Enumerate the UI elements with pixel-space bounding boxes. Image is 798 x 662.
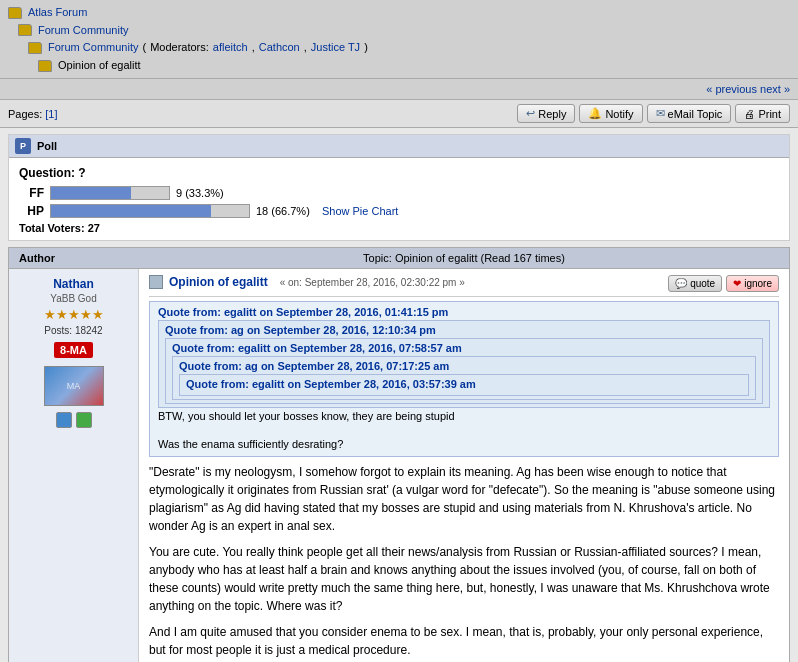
folder-icon-4: [38, 60, 52, 72]
user-icon-1: [56, 412, 72, 428]
quote-header-1: Quote from: egalitt on September 28, 201…: [158, 306, 770, 318]
quote-inner-2: Quote from: egalitt on September 28, 201…: [165, 338, 763, 404]
nav-bar: « previous next »: [0, 79, 798, 100]
print-icon: 🖨: [744, 108, 755, 120]
breadcrumb-current: Opinion of egalitt: [58, 57, 141, 75]
prev-link[interactable]: « previous: [706, 83, 757, 95]
pages-left: Pages: [1]: [8, 108, 58, 120]
user-title: YaBB God: [15, 293, 132, 304]
question-text: ?: [78, 166, 85, 180]
folder-icon-3: [28, 42, 42, 54]
ff-label: FF: [19, 186, 44, 200]
poll-section: P Poll Question: ? FF 9 (33.3%) HP 18 (6…: [8, 134, 790, 241]
ff-result: 9 (33.3%): [176, 187, 224, 199]
quote-header-2: Quote from: ag on September 28, 2016, 12…: [165, 324, 763, 336]
post-para-3: And I am quite amused that you consider …: [149, 623, 779, 659]
post-row: Nathan YaBB God ★★★★★ Posts: 18242 8-MA …: [9, 269, 789, 662]
breadcrumb-link-2[interactable]: Forum Community: [38, 22, 128, 40]
question-label: Question:: [19, 166, 75, 180]
next-link[interactable]: next »: [760, 83, 790, 95]
pages-bar: Pages: [1] ↩ Reply 🔔 Notify ✉ eMail Topi…: [0, 100, 798, 128]
poll-bar-ff: FF 9 (33.3%): [19, 186, 779, 200]
post-body: "Desrate" is my neologysm, I somehow for…: [149, 463, 779, 662]
quote-inner-1: Quote from: ag on September 28, 2016, 12…: [158, 320, 770, 408]
hp-bar-bg: [50, 204, 250, 218]
user-location-image: MA: [44, 366, 104, 406]
notify-button[interactable]: 🔔 Notify: [579, 104, 642, 123]
moderator-justicetj[interactable]: Justice TJ: [311, 39, 360, 57]
ff-bar-fill: [51, 187, 131, 199]
pages-right: ↩ Reply 🔔 Notify ✉ eMail Topic 🖨 Print: [517, 104, 790, 123]
quote-inner-3: Quote from: ag on September 28, 2016, 07…: [172, 356, 756, 400]
moderator-afleitch[interactable]: afleitch: [213, 39, 248, 57]
post-actions: 💬 quote ❤ ignore: [668, 275, 779, 292]
moderators-word: Moderators:: [150, 39, 209, 57]
post-title-bar: Opinion of egalitt « on: September 28, 2…: [149, 275, 779, 297]
show-pie-link[interactable]: Show Pie Chart: [322, 205, 398, 217]
post-para-2: You are cute. You really think people ge…: [149, 543, 779, 615]
ignore-button[interactable]: ❤ ignore: [726, 275, 779, 292]
quote-level-1: Quote from: egalitt on September 28, 201…: [149, 301, 779, 457]
post-date: « on: September 28, 2016, 02:30:22 pm »: [280, 277, 465, 288]
user-badge: 8-MA: [54, 342, 93, 358]
breadcrumb-link-3[interactable]: Forum Community: [48, 39, 138, 57]
reply-icon: ↩: [526, 107, 535, 120]
post-container: Nathan YaBB God ★★★★★ Posts: 18242 8-MA …: [8, 268, 790, 662]
user-sidebar: Nathan YaBB God ★★★★★ Posts: 18242 8-MA …: [9, 269, 139, 662]
ignore-icon: ❤: [733, 278, 741, 289]
quote-followup: Was the enama sufficiently desrating?: [158, 436, 770, 452]
poll-header: P Poll: [9, 135, 789, 158]
pages-label: Pages:: [8, 108, 42, 120]
notify-icon: 🔔: [588, 107, 602, 120]
user-posts: Posts: 18242: [15, 325, 132, 336]
username: Nathan: [15, 277, 132, 291]
quote-header-5: Quote from: egalitt on September 28, 201…: [186, 378, 742, 390]
total-voters: Total Voters: 27: [19, 222, 779, 234]
hp-result: 18 (66.7%): [256, 205, 316, 217]
hp-bar-fill: [51, 205, 211, 217]
folder-icon-1: [8, 7, 22, 19]
post-subject: Opinion of egalitt: [169, 275, 268, 289]
user-stars: ★★★★★: [15, 307, 132, 322]
moderator-cathcon[interactable]: Cathcon: [259, 39, 300, 57]
email-icon: ✉: [656, 107, 665, 120]
post-type-icon: [149, 275, 163, 289]
quote-header-3: Quote from: egalitt on September 28, 201…: [172, 342, 756, 354]
quote-inner-4: Quote from: egalitt on September 28, 201…: [179, 374, 749, 396]
author-col-header: Author: [19, 252, 149, 264]
quote-header-4: Quote from: ag on September 28, 2016, 07…: [179, 360, 749, 372]
user-icon-2: [76, 412, 92, 428]
post-title-left: Opinion of egalitt « on: September 28, 2…: [149, 275, 465, 289]
hp-label: HP: [19, 204, 44, 218]
email-topic-button[interactable]: ✉ eMail Topic: [647, 104, 732, 123]
page-1-link[interactable]: [1]: [45, 108, 57, 120]
poll-title: Poll: [37, 140, 57, 152]
quote-icon: 💬: [675, 278, 687, 289]
moderators-label: (: [142, 39, 146, 57]
poll-bar-hp: HP 18 (66.7%) Show Pie Chart: [19, 204, 779, 218]
quote-text-main: BTW, you should let your bosses know, th…: [158, 408, 770, 424]
print-button[interactable]: 🖨 Print: [735, 104, 790, 123]
post-content-area: Opinion of egalitt « on: September 28, 2…: [139, 269, 789, 662]
quote-button[interactable]: 💬 quote: [668, 275, 722, 292]
reply-button[interactable]: ↩ Reply: [517, 104, 575, 123]
topic-col-header: Topic: Opinion of egalitt (Read 167 time…: [149, 252, 779, 264]
folder-icon-2: [18, 24, 32, 36]
question-row: Question: ?: [19, 166, 779, 180]
breadcrumb-link-1[interactable]: Atlas Forum: [28, 4, 87, 22]
poll-icon: P: [15, 138, 31, 154]
user-icons: [15, 412, 132, 428]
post-para-1: "Desrate" is my neologysm, I somehow for…: [149, 463, 779, 535]
ff-bar-bg: [50, 186, 170, 200]
topic-header: Author Topic: Opinion of egalitt (Read 1…: [8, 247, 790, 268]
breadcrumb-area: Atlas Forum Forum Community Forum Commun…: [0, 0, 798, 79]
